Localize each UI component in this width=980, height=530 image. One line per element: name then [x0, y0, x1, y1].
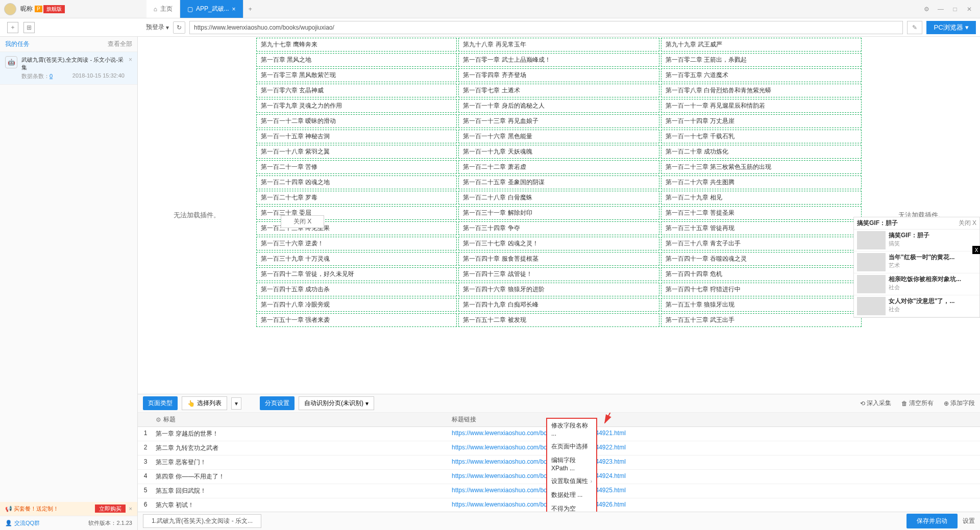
close-panel-button[interactable]: 关闭 X — [281, 215, 324, 228]
minimize-icon[interactable]: — — [936, 5, 945, 14]
chapter-link[interactable]: 第一百三十二章 菩提圣果 — [661, 206, 862, 220]
menu-data-process[interactable]: 数据处理 ... — [547, 488, 596, 502]
deep-collect-link[interactable]: ⟲ 深入采集 — [860, 399, 891, 408]
chapter-link[interactable]: 第一百三十八章 青玄子出手 — [661, 237, 862, 250]
settings-icon[interactable]: ⚙ — [922, 5, 931, 14]
chapter-link[interactable]: 第一百三十九章 十万灵魂 — [256, 252, 457, 266]
pc-browser-button[interactable]: PC浏览器 ▾ — [926, 21, 976, 34]
menu-set-value-attr[interactable]: 设置取值属性› — [547, 474, 596, 488]
chapter-link[interactable]: 第一百一十五章 神秘古洞 — [256, 130, 457, 143]
chapter-link[interactable]: 第一百四十四章 危机 — [661, 267, 862, 281]
chapter-link[interactable]: 第一百二十一章 苦修 — [256, 160, 457, 174]
chapter-link[interactable]: 第一百章 黑风之地 — [256, 53, 457, 67]
chapter-link[interactable]: 第一百一十七章 千载石乳 — [661, 130, 862, 143]
chapter-link[interactable]: 第一百二十六章 共生图腾 — [661, 175, 862, 189]
news-x-button[interactable]: X — [972, 246, 980, 254]
maximize-icon[interactable]: □ — [950, 5, 960, 14]
row-link[interactable]: https://www.lewenxiaoshuo.com/books/wupo… — [449, 441, 980, 455]
chapter-link[interactable]: 第一百三十六章 逆袭！ — [256, 237, 457, 250]
chapter-link[interactable]: 第九十八章 再见常玉年 — [458, 38, 659, 52]
news-item[interactable]: 搞笑GIF：胆子 搞笑 — [854, 230, 979, 251]
chapter-link[interactable]: 第一百零八章 白骨烈焰兽和青煞紫光蟒 — [661, 84, 862, 97]
chapter-link[interactable]: 第一百一十九章 天妖魂魄 — [458, 145, 659, 159]
chapter-link[interactable]: 第一百三十四章 争夺 — [458, 221, 659, 235]
close-icon[interactable]: ✕ — [965, 5, 974, 14]
menu-select-in-page[interactable]: 在页面中选择 — [547, 440, 596, 453]
chapter-link[interactable]: 第一百四十五章 成功击杀 — [256, 283, 457, 296]
news-item[interactable]: 女人对你"没意思"了，... 社会 — [854, 295, 979, 317]
save-start-button[interactable]: 保存并启动 — [906, 514, 958, 528]
auto-detect-dropdown[interactable]: 自动识别分页(未识别) ▾ — [299, 396, 374, 410]
promo-buy-button[interactable]: 立即购买 — [95, 504, 126, 513]
row-link[interactable]: https://www.lewenxiaoshuo.com/books/wupo… — [449, 456, 980, 469]
menu-not-null[interactable]: 不得为空 — [547, 502, 596, 512]
chapter-link[interactable]: 第一百一十章 身后的诡秘之人 — [458, 99, 659, 113]
chapter-link[interactable]: 第一百二十二章 萧若虚 — [458, 160, 659, 174]
chapter-link[interactable]: 第一百四十九章 白痴邓长峰 — [458, 298, 659, 312]
select-list-button[interactable]: 👆 选择列表 — [182, 396, 227, 410]
chapter-link[interactable]: 第一百零七章 土遁术 — [458, 84, 659, 97]
user-avatar[interactable] — [4, 3, 16, 15]
chapter-link[interactable]: 第一百三十一章 解除封印 — [458, 206, 659, 220]
url-input[interactable] — [189, 21, 903, 34]
view-all-link[interactable]: 查看全部 — [108, 40, 132, 48]
chapter-link[interactable]: 第一百三十七章 凶魂之灵！ — [458, 237, 659, 250]
chapter-link[interactable]: 第一百四十七章 狩猎进行中 — [661, 283, 862, 296]
chapter-link[interactable]: 第一百一十三章 再见血娘子 — [458, 114, 659, 128]
news-close-link[interactable]: 关闭 X — [959, 219, 976, 228]
chapter-link[interactable]: 第一百四十八章 冷眼旁观 — [256, 298, 457, 312]
row-link[interactable]: https://www.lewenxiaoshuo.com/books/wupo… — [449, 427, 980, 441]
page-type-button[interactable]: 页面类型 — [143, 396, 178, 410]
task-item[interactable]: 🤖 武破九霄(苍笑天),全文阅读 - 乐文小说-采集 数据条数：0 2018-1… — [0, 52, 137, 85]
chapter-link[interactable]: 第一百二十章 成功炼化 — [661, 145, 862, 159]
chapter-link[interactable]: 第一百零二章 王箭出，杀戮起 — [661, 53, 862, 67]
chapter-link[interactable]: 第一百五十章 狼猿牙出现 — [661, 298, 862, 312]
tab-close-icon[interactable]: × — [232, 6, 236, 13]
chapter-link[interactable]: 第一百一十六章 黑色能量 — [458, 130, 659, 143]
row-link[interactable]: https://www.lewenxiaoshuo.com/books/wupo… — [449, 484, 980, 498]
refresh-button[interactable]: ↻ — [173, 21, 185, 34]
chapter-link[interactable]: 第一百零九章 灵魂之力的作用 — [256, 99, 457, 113]
chapter-link[interactable]: 第一百二十八章 白骨魔蛛 — [458, 191, 659, 205]
chapter-link[interactable]: 第一百零一章 武士上品巅峰成！ — [458, 53, 659, 67]
news-item[interactable]: 相亲吃饭你被相亲对象坑... 社会 — [854, 273, 979, 295]
promo-close-icon[interactable]: × — [129, 506, 132, 512]
chapter-link[interactable]: 第一百二十五章 圣象国的阴谋 — [458, 175, 659, 189]
select-list-dropdown[interactable]: ▾ — [231, 397, 241, 410]
chapter-link[interactable]: 第一百五十二章 被发现 — [458, 313, 659, 327]
chapter-link[interactable]: 第一百二十四章 凶魂之地 — [256, 175, 457, 189]
chapter-link[interactable]: 第一百三十五章 管徒再现 — [661, 221, 862, 235]
chapter-link[interactable]: 第一百四十六章 狼猿牙的进阶 — [458, 283, 659, 296]
row-link[interactable]: https://www.lewenxiaoshuo.com/books/wupo… — [449, 498, 980, 512]
chapter-link[interactable]: 第一百二十七章 罗毒 — [256, 191, 457, 205]
gear-icon[interactable]: ⚙ — [156, 416, 161, 423]
chapter-link[interactable]: 第一百四十二章 管徒，好久未见呀 — [256, 267, 457, 281]
chapter-link[interactable]: 第一百一十二章 暧昧的滑动 — [256, 114, 457, 128]
news-item[interactable]: 当年"红极一时"的黄花... 艺术 — [854, 251, 979, 273]
chapter-link[interactable]: 第一百四十章 服食菩提根茎 — [458, 252, 659, 266]
settings-link[interactable]: 设置 — [963, 517, 975, 525]
chapter-link[interactable]: 第一百四十三章 战管徒！ — [458, 267, 659, 281]
tab-add-button[interactable]: + — [243, 6, 257, 13]
footer-tab[interactable]: 1.武破九霄(苍笑天),全文阅读 - 乐文... — [143, 514, 261, 528]
folder-add-icon[interactable]: ⊞ — [23, 22, 35, 33]
chapter-link[interactable]: 第一百零六章 玄晶神威 — [256, 84, 457, 97]
chapter-link[interactable]: 第一百一十四章 万丈悬崖 — [661, 114, 862, 128]
tab-active[interactable]: ▢ APP_武破... × — [180, 0, 243, 18]
chapter-link[interactable]: 第一百二十九章 相见 — [661, 191, 862, 205]
new-task-icon[interactable]: + — [7, 22, 18, 33]
chapter-link[interactable]: 第一百零三章 黑风散紫芒现 — [256, 68, 457, 82]
clear-all-link[interactable]: 🗑 清空所有 — [901, 399, 934, 408]
chapter-link[interactable]: 第一百五十三章 武王出手 — [661, 313, 862, 327]
edit-url-button[interactable]: ✎ — [907, 21, 922, 34]
task-close-icon[interactable]: × — [129, 56, 132, 63]
chapter-link[interactable]: 第九十九章 武王威严 — [661, 38, 862, 52]
chapter-link[interactable]: 第一百五十一章 强者来袭 — [256, 313, 457, 327]
menu-rename[interactable]: 修改字段名称 ... — [547, 419, 596, 440]
tab-home[interactable]: ⌂ 主页 — [146, 0, 180, 18]
menu-edit-xpath[interactable]: 编辑字段XPath ... — [547, 453, 596, 474]
chapter-link[interactable]: 第一百零四章 齐齐登场 — [458, 68, 659, 82]
chapter-link[interactable]: 第一百零五章 六道魔术 — [661, 68, 862, 82]
add-field-link[interactable]: ⊕ 添加字段 — [944, 399, 975, 408]
chapter-link[interactable]: 第一百二十三章 第三枚紫色玉筋的出现 — [661, 160, 862, 174]
